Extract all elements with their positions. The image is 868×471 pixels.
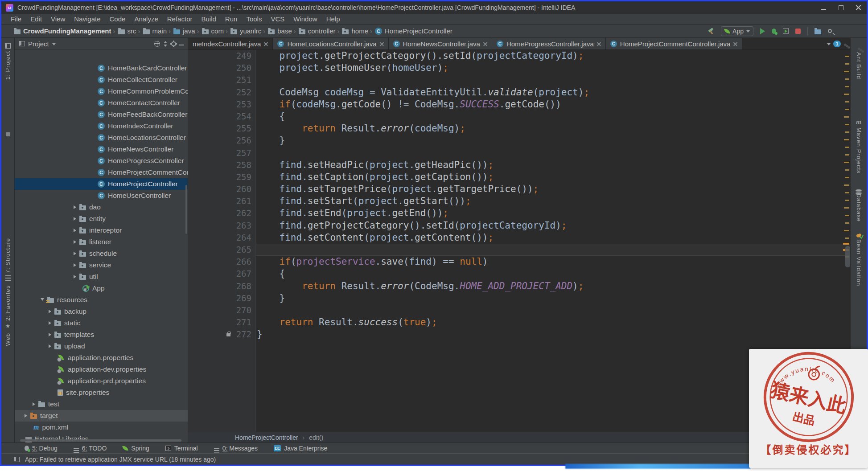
tree-item-homeprojectcontroller[interactable]: CHomeProjectController xyxy=(15,178,188,190)
stripe-item-database[interactable]: Database xyxy=(856,188,862,222)
code-line[interactable]: project.setHomeUser(homeUser); xyxy=(256,62,850,74)
breadcrumb-method[interactable]: edit() xyxy=(309,434,323,441)
tree-item-schedule[interactable]: schedule xyxy=(15,248,188,259)
chevron-down-icon[interactable] xyxy=(52,43,56,45)
toolwindow-button-0-messages[interactable]: 0: Messages xyxy=(214,445,258,452)
code-line[interactable]: if(projectService.save(find) == null) xyxy=(256,256,850,268)
tree-item-homebankcardcontroller[interactable]: CHomeBankCardController xyxy=(15,62,188,74)
toolwindow-button-terminal[interactable]: Terminal xyxy=(165,445,198,452)
tab-close-icon[interactable] xyxy=(483,42,487,46)
tree-item-backup[interactable]: backup xyxy=(15,306,188,317)
breadcrumb-item-home[interactable]: home xyxy=(342,27,368,35)
breadcrumb-class[interactable]: HomeProjectController xyxy=(235,434,298,441)
stripe-item-maven-projects[interactable]: mMaven Projects xyxy=(856,119,862,174)
search-icon[interactable] xyxy=(828,29,832,33)
code-line[interactable]: { xyxy=(256,268,850,280)
menu-tools[interactable]: Tools xyxy=(242,15,266,23)
toggle-tool-windows-icon[interactable] xyxy=(14,457,20,462)
toolwindow-button-5-debug[interactable]: 5: Debug xyxy=(25,445,58,452)
tree-item-service[interactable]: service xyxy=(15,259,188,271)
tree-item-entity[interactable]: entity xyxy=(15,213,188,225)
hidden-tabs-dropdown-icon[interactable] xyxy=(827,43,831,45)
menu-vcs[interactable]: VCS xyxy=(267,15,288,23)
code-line[interactable]: project.getProjectCategory().setId(proje… xyxy=(256,50,850,62)
tab-close-icon[interactable] xyxy=(380,42,384,46)
run-button[interactable] xyxy=(760,28,765,34)
tree-item-application-dev-properties[interactable]: application-dev.properties xyxy=(15,364,188,375)
open-folder-icon[interactable] xyxy=(815,29,821,34)
tree-item-upload[interactable]: upload xyxy=(15,340,188,352)
code-line[interactable] xyxy=(256,74,850,86)
stripe-item-7-structure[interactable]: 7: Structure xyxy=(4,238,11,281)
tree-item-homecollectcontroller[interactable]: CHomeCollectController xyxy=(15,74,188,86)
tree-expand-arrow-icon[interactable] xyxy=(74,263,76,267)
tree-item-target[interactable]: target xyxy=(15,410,188,422)
minimize-icon[interactable] xyxy=(821,5,827,11)
tree-expand-arrow-icon[interactable] xyxy=(74,205,76,209)
editor-tab-homelocationscontroller-java[interactable]: CHomeLocationsController.java xyxy=(273,38,388,49)
tree-expand-arrow-icon[interactable] xyxy=(74,229,76,232)
horizontal-scrollbar[interactable] xyxy=(20,439,181,442)
breadcrumb-item-crowdfundingmanagement[interactable]: CrowdFundingManagement xyxy=(14,27,111,35)
code-line[interactable]: } xyxy=(256,292,850,304)
tab-close-icon[interactable] xyxy=(597,42,601,46)
tree-item-homeprogresscontroller[interactable]: CHomeProgressController xyxy=(15,155,188,167)
code-line[interactable]: return Result.error(CodeMsg.HOME_ADD_PRO… xyxy=(256,280,850,292)
menu-build[interactable]: Build xyxy=(197,15,220,23)
breadcrumb-item-yuanlrc[interactable]: yuanlrc xyxy=(230,27,261,35)
menu-navigate[interactable]: Navigate xyxy=(70,15,104,23)
breadcrumb-item-controller[interactable]: controller xyxy=(299,27,336,35)
menu-refactor[interactable]: Refactor xyxy=(163,15,197,23)
tree-item-homeusercontroller[interactable]: CHomeUserController xyxy=(15,190,188,201)
menu-run[interactable]: Run xyxy=(221,15,242,23)
tab-close-icon[interactable] xyxy=(264,42,268,46)
code-line[interactable]: find.setHeadPic(project.getHeadPic()); xyxy=(256,159,850,171)
tree-item-homeprojectcommentcontroller[interactable]: CHomeProjectCommentController xyxy=(15,167,188,178)
editor-scrollbar[interactable] xyxy=(845,246,850,267)
tree-item-test[interactable]: test xyxy=(15,398,188,410)
code-line[interactable]: find.getProjectCategory().setId(projectC… xyxy=(256,220,850,232)
code-line[interactable]: if(codeMsg.getCode() != CodeMsg.SUCCESS.… xyxy=(256,98,850,111)
code-line[interactable] xyxy=(256,304,850,316)
menu-edit[interactable]: Edit xyxy=(26,15,46,23)
editor-tab-homeprojectcommentcontroller-java[interactable]: CHomeProjectCommentController.java xyxy=(606,38,743,49)
editor-tab-homeprogresscontroller-java[interactable]: CHomeProgressController.java xyxy=(492,38,606,49)
menu-code[interactable]: Code xyxy=(106,15,130,23)
tree-expand-arrow-icon[interactable] xyxy=(74,240,76,244)
build-hammer-icon[interactable] xyxy=(708,28,714,34)
tree-expand-arrow-icon[interactable] xyxy=(49,310,51,313)
hide-panel-icon[interactable] xyxy=(179,45,184,45)
code-line[interactable]: find.setContent(project.getContent()); xyxy=(256,232,850,244)
tree-item-static[interactable]: static xyxy=(15,317,188,329)
tree-item-resources[interactable]: resources xyxy=(15,294,188,306)
tree-expand-arrow-icon[interactable] xyxy=(49,321,51,325)
breadcrumb-item-main[interactable]: main xyxy=(143,27,167,35)
tree-expand-arrow-icon[interactable] xyxy=(49,344,51,348)
panel-scrollbar[interactable] xyxy=(185,185,187,234)
tree-collapse-arrow-icon[interactable] xyxy=(41,298,44,303)
menu-analyze[interactable]: Analyze xyxy=(130,15,162,23)
code-line[interactable]: } xyxy=(256,328,850,340)
breadcrumb-item-homeprojectcontroller[interactable]: CHomeProjectController xyxy=(375,27,453,35)
toolwindow-button-java-enterprise[interactable]: EEJava Enterprise xyxy=(274,445,327,452)
tree-expand-arrow-icon[interactable] xyxy=(49,333,51,336)
close-icon[interactable] xyxy=(856,5,861,11)
tree-item-site-properties[interactable]: site.properties xyxy=(15,387,188,398)
code-line[interactable]: { xyxy=(256,111,850,123)
code-line[interactable]: find.setEnd(project.getEnd()); xyxy=(256,207,850,219)
editor-tab-meindexcontroller-java[interactable]: meIndexController.java xyxy=(188,38,273,49)
tree-item-dao[interactable]: dao xyxy=(15,201,188,213)
hidden-tabs-count[interactable]: 1 xyxy=(833,41,841,47)
coverage-button[interactable] xyxy=(783,28,789,34)
breadcrumb-item-base[interactable]: base xyxy=(268,27,292,35)
tree-expand-arrow-icon[interactable] xyxy=(33,402,35,406)
tree-item-application-properties[interactable]: application.properties xyxy=(15,352,188,364)
tree-item-application-prd-properties[interactable]: application-prd.properties xyxy=(15,375,188,387)
stripe-item-2-favorites[interactable]: 2: Favorites★ xyxy=(4,285,11,329)
stripe-item-ant-build[interactable]: Ant Build xyxy=(856,46,862,79)
tree-expand-arrow-icon[interactable] xyxy=(25,414,27,418)
stripe-item-bean-validation[interactable]: Bean Validation xyxy=(856,232,862,286)
breadcrumb-item-java[interactable]: java xyxy=(173,27,195,35)
tree-expand-arrow-icon[interactable] xyxy=(74,217,76,221)
tree-item-interceptor[interactable]: interceptor xyxy=(15,225,188,236)
